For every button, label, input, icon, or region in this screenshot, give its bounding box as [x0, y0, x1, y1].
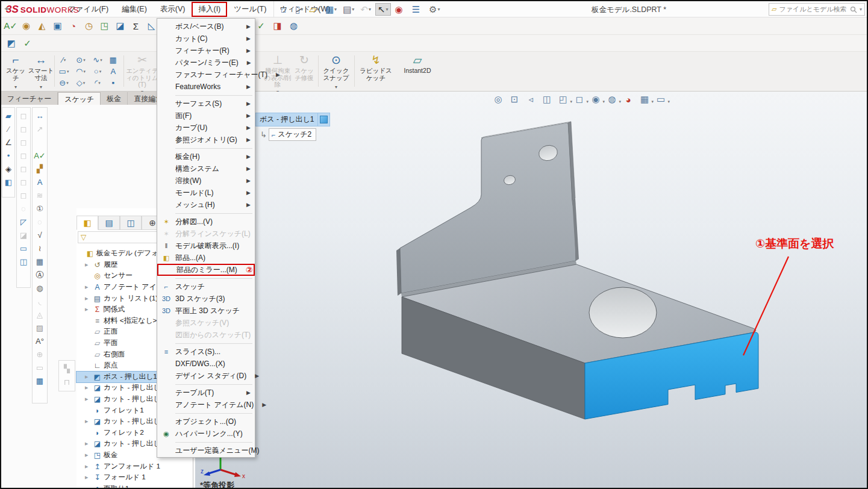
rebuild-traffic-light-icon[interactable]: ◉▾: [393, 4, 408, 15]
arc-icon[interactable]: ◠▾: [72, 66, 89, 77]
hide-show-items-icon[interactable]: ◍▾: [606, 93, 618, 105]
expand-arrow-icon[interactable]: ▶: [85, 385, 92, 390]
view-cube-icon[interactable]: ◻: [17, 123, 30, 135]
open-folder-icon[interactable]: ▱▾: [307, 4, 321, 15]
selected-face-icon[interactable]: [318, 113, 330, 126]
ellipse-icon[interactable]: ○▾: [89, 66, 106, 77]
ribbon-tab[interactable]: フィーチャー: [1, 92, 58, 105]
insert-menu-item[interactable]: オブジェクト...(O) ▶: [157, 416, 255, 428]
dimension-icon[interactable]: ↗: [34, 123, 46, 135]
performance-evaluation-icon[interactable]: ◔: [67, 20, 80, 33]
insert-menu-item[interactable]: 溶接(W) ▶: [157, 175, 255, 187]
box-select-icon[interactable]: ▦▾: [106, 54, 123, 66]
measure-icon[interactable]: ◉: [20, 20, 33, 33]
select-cursor-icon[interactable]: ↖▾: [375, 3, 391, 16]
new-view-icon[interactable]: ◸: [17, 216, 30, 228]
monitor-view-icon[interactable]: ▭: [17, 243, 30, 254]
reference-point-icon[interactable]: ◈: [2, 163, 14, 175]
view-cube-icon[interactable]: ◻: [17, 137, 30, 148]
step-icon[interactable]: ⊓: [61, 376, 73, 388]
insert-menu-item[interactable]: ▶: [157, 146, 255, 151]
view-cube-icon[interactable]: ◻: [17, 190, 30, 201]
insert-menu-item[interactable]: ユーザー定義メニュー(M) ▶: [157, 444, 255, 456]
previous-view-icon[interactable]: ◃▾: [525, 93, 537, 105]
insert-menu-item[interactable]: メッシュ(H) ▶: [157, 199, 255, 211]
hatch-area-icon[interactable]: ▨: [34, 322, 46, 334]
view-settings-icon[interactable]: ▭▾: [655, 93, 667, 105]
breadcrumb-feature-label[interactable]: ボス - 押し出し1: [255, 113, 318, 126]
centerline-icon[interactable]: ∕: [2, 123, 14, 135]
revision-table-icon[interactable]: ▦: [34, 256, 46, 267]
breadcrumb-sketch-label[interactable]: スケッチ2: [278, 129, 311, 140]
tree-item[interactable]: ▶ ↧ フォールド 1: [76, 472, 193, 484]
insert-menu-item[interactable]: ▶: [157, 382, 255, 387]
text-icon[interactable]: A▾: [106, 66, 123, 77]
apply-scene-icon[interactable]: ▦▾: [639, 93, 651, 105]
insert-menu-item[interactable]: サーフェス(S) ▶: [157, 98, 255, 110]
expand-arrow-icon[interactable]: ▶: [85, 285, 92, 290]
part-3d-model[interactable]: [195, 92, 868, 489]
insert-menu-item[interactable]: 板金(H) ▶: [157, 151, 255, 163]
equations-icon[interactable]: Σ: [130, 20, 142, 33]
smart-dimension-button[interactable]: ↔ スマート寸法▾: [28, 53, 54, 90]
datum-icon[interactable]: ◟: [34, 296, 46, 307]
base-hole[interactable]: [589, 287, 657, 338]
instant2d-button[interactable]: ▱ Instant2D: [396, 53, 439, 90]
expand-arrow-icon[interactable]: ▶: [85, 441, 92, 446]
polygon-icon[interactable]: ◇▾: [72, 77, 89, 89]
view-orientation-icon[interactable]: ◻▾: [573, 93, 585, 105]
find-text-icon[interactable]: ◍: [34, 282, 46, 294]
design-checker-icon[interactable]: ◪: [114, 20, 126, 33]
stairs-icon[interactable]: ▚: [61, 363, 73, 375]
compare-icon[interactable]: ◨: [271, 20, 284, 33]
tree-item[interactable]: ▶ ◆ 面取り1: [76, 483, 193, 489]
featuremanager-tab[interactable]: ◧: [76, 216, 98, 230]
insert-menu-item[interactable]: ▶: [157, 211, 255, 216]
propertymanager-tab[interactable]: ▤: [98, 216, 120, 230]
insert-menu-item[interactable]: ≡ スライス(S)... ▶: [157, 346, 255, 358]
view-cube-icon[interactable]: ◻: [17, 150, 30, 161]
expand-arrow-icon[interactable]: ▶: [85, 375, 92, 379]
spline-icon[interactable]: ∿▾: [89, 54, 106, 66]
print-icon[interactable]: ▤▾: [341, 4, 356, 15]
edit-appearance-icon[interactable]: ◕▾: [622, 93, 634, 105]
line-icon[interactable]: ∕▾: [55, 54, 72, 66]
undo-icon[interactable]: ↶▾: [358, 4, 373, 15]
mass-properties-icon[interactable]: ◭: [36, 20, 48, 33]
point-icon[interactable]: •: [2, 150, 14, 161]
table-icon[interactable]: ▦: [34, 375, 46, 387]
linear-note-pattern-icon[interactable]: ≋: [34, 190, 46, 201]
insert-menu-item[interactable]: ✶ 分解図...(V) ▶: [157, 216, 255, 228]
expand-arrow-icon[interactable]: ▶: [85, 296, 92, 301]
display-style-icon[interactable]: ◉▾: [590, 93, 602, 105]
insert-menu-item[interactable]: 3D 3D スケッチ(3) ▶: [157, 293, 255, 305]
insert-menu-item[interactable]: フィーチャー(R) ▶: [157, 45, 255, 57]
reference-plane-icon[interactable]: ▰: [2, 110, 14, 122]
search-caret-icon[interactable]: ▾: [860, 7, 862, 12]
fillet-icon[interactable]: ◜▾: [89, 77, 106, 89]
rectangle-icon[interactable]: ▭▾: [55, 66, 72, 77]
view-cube-icon[interactable]: ◻: [17, 163, 30, 175]
note-icon[interactable]: A: [34, 176, 46, 188]
rapid-sketch-button[interactable]: ↯ ラピッドスケッチ: [358, 53, 394, 90]
tolerance-icon[interactable]: ◬: [34, 309, 46, 320]
insert-menu-item[interactable]: ◧ 部品...(A) ▶: [157, 252, 255, 264]
boxed-a-icon[interactable]: Ⓐ: [34, 269, 46, 281]
magnifier-balloon-icon[interactable]: ①: [34, 203, 46, 214]
angle-note-icon[interactable]: A°: [34, 335, 46, 347]
save-icon[interactable]: ▦▾: [323, 4, 339, 15]
expand-arrow-icon[interactable]: ▶: [85, 307, 92, 312]
selection-breadcrumb[interactable]: ボス - 押し出し1: [255, 113, 330, 126]
gear-settings-icon[interactable]: ⚙▾: [427, 4, 442, 15]
insert-menu-item[interactable]: テーブル(T) ▶: [157, 387, 255, 399]
search-icon[interactable]: [850, 6, 857, 13]
insert-menu-item[interactable]: 構造システム ▶: [157, 163, 255, 175]
insert-menu-item[interactable]: 参照スケッチ(V) ▶: [157, 317, 255, 329]
zoom-fit-icon[interactable]: ◎▾: [492, 93, 504, 105]
geometry-check-icon[interactable]: ◳: [98, 20, 111, 33]
insert-menu-item[interactable]: アノテート アイテム(N) ▶: [157, 399, 255, 411]
section-properties-icon[interactable]: ▣: [51, 20, 64, 33]
insert-menu-item[interactable]: 図面からのスケッチ(T) ▶: [157, 329, 255, 341]
graphics-viewport[interactable]: ◎▾⊡▾◃▾◫▾◰▾◻▾◉▾◍▾◕▾▦▾▭▾ ボス - 押し出し1 ↳ ⌐スケッ…: [195, 92, 868, 489]
view-cube-icon[interactable]: ◻: [17, 110, 30, 122]
